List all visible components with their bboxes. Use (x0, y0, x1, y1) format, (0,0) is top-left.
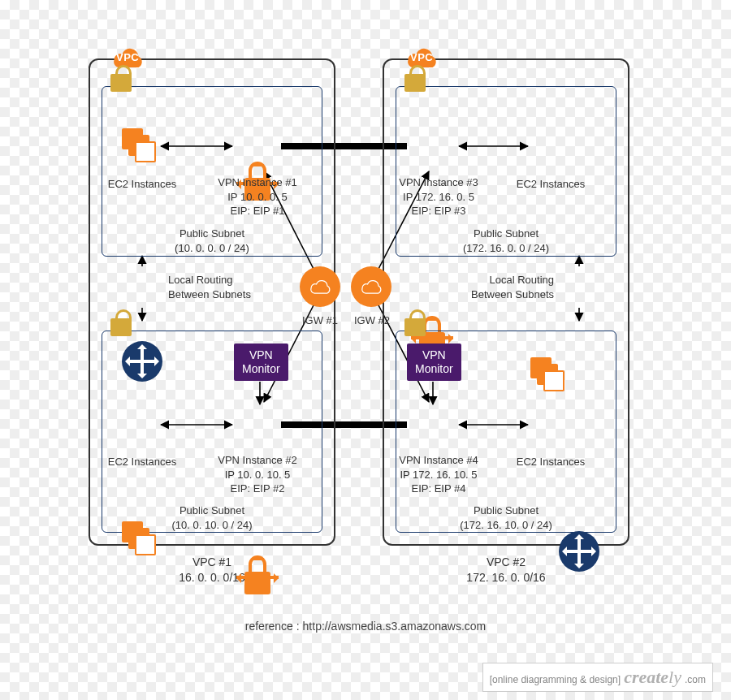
vpn2-label: VPN Instance #2 IP 10. 0. 10. 5 EIP: EIP… (201, 453, 314, 496)
vpc2-routing-label: Local Routing Between Subnets (448, 273, 554, 301)
vpn-gateway-icon (235, 555, 280, 594)
brand-light: ly (668, 667, 681, 687)
vpn4-label: VPN Instance #4 IP 172. 16. 10. 5 EIP: E… (378, 453, 500, 496)
footer-tld: .com (685, 674, 706, 685)
creately-logo: creately (624, 667, 681, 688)
lock-icon (110, 318, 132, 336)
igw2-label: IGW #2 (341, 313, 403, 328)
vpn1-label: VPN Instance #1 IP 10. 0. 0. 5 EIP: EIP … (201, 175, 314, 218)
lock-icon (404, 74, 426, 92)
footer: [online diagramming & design] creately .… (482, 663, 713, 692)
vpc-1-name: VPC #1 (192, 555, 231, 568)
vpc1-subnet-bottom-label: Public Subnet (10. 0. 10. 0 / 24) (102, 503, 322, 532)
vpn-monitor-2: VPN Monitor (407, 344, 461, 381)
ec2-label-1: EC2 Instances (97, 177, 187, 192)
vpc-2-name: VPC #2 (487, 555, 526, 568)
vpc1-routing-label: Local Routing Between Subnets (168, 273, 274, 301)
vpc-1-title: VPC #1 16. 0. 0. 0/16 (89, 555, 335, 585)
vpc-1-badge-text: VPC (116, 51, 139, 63)
ec2-label-3: EC2 Instances (506, 177, 595, 192)
lock-icon (110, 74, 132, 92)
brand-bold: create (624, 667, 668, 687)
vpc2-subnet-top-label: Public Subnet (172. 16. 0. 0 / 24) (396, 227, 616, 255)
ec2-label-2: EC2 Instances (97, 455, 187, 469)
ec2-label-4: EC2 Instances (506, 455, 595, 469)
lock-icon (404, 318, 426, 336)
vpc-2-badge-text: VPC (410, 51, 433, 63)
vpn-monitor-1: VPN Monitor (234, 344, 288, 381)
igw-icon (351, 266, 391, 307)
reference-text: reference : http://awsmedia.s3.amazonaws… (0, 620, 731, 633)
vpc1-subnet-top-label: Public Subnet (10. 0. 0. 0 / 24) (102, 227, 322, 255)
vpc1-subnet-bottom (102, 331, 322, 533)
router-icon (559, 531, 599, 572)
igw-icon (300, 266, 340, 307)
vpn3-label: VPN Instance #3 IP 172. 16. 0. 5 EIP: EI… (378, 175, 500, 218)
vpc-2-cidr: 172. 16. 0. 0/16 (466, 571, 545, 584)
vpc2-subnet-bottom-label: Public Subnet (172. 16. 10. 0 / 24) (396, 503, 616, 532)
footer-tagline: [online diagramming & design] (490, 674, 621, 685)
ec2-icon (122, 128, 158, 164)
